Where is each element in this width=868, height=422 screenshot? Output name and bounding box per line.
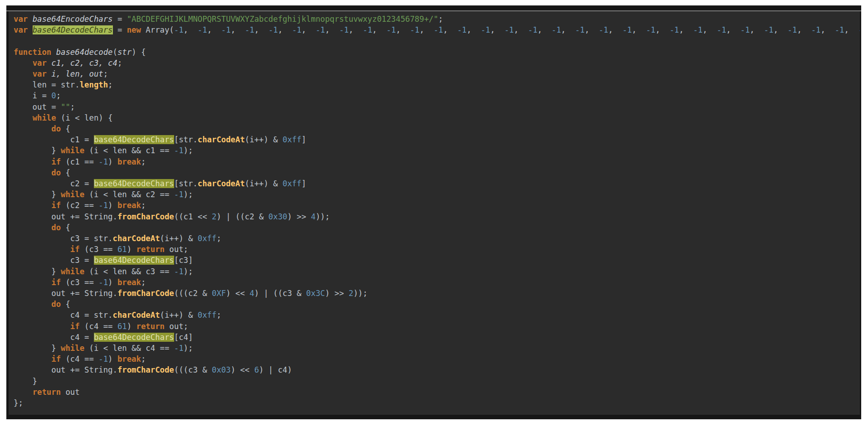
code-token: do <box>51 124 61 133</box>
code-token: base64decode <box>56 48 113 57</box>
code-token: ) { <box>132 48 146 57</box>
code-token: , <box>702 25 717 34</box>
code-token: (((c2 & <box>174 289 212 298</box>
code-token: ) <box>127 322 137 331</box>
code-token: -1 <box>764 25 774 34</box>
code-token: c4 = str. <box>14 310 113 320</box>
code-token: do <box>51 168 61 177</box>
code-line: if (c3 == -1) break; <box>14 277 860 288</box>
code-token: -1 <box>410 25 419 34</box>
code-token: while <box>61 267 84 276</box>
code-token: (i < len && c2 == <box>84 190 174 199</box>
code-token: } <box>14 190 61 199</box>
code-token: var <box>14 25 28 34</box>
code-token: -1 <box>811 25 821 34</box>
code-token: base64EncodeChars <box>33 15 113 24</box>
code-token: ; <box>141 354 146 364</box>
code-token: -1 <box>98 278 108 287</box>
code-token: 0xff <box>198 310 217 320</box>
code-line: } while (i < len && c3 == -1); <box>14 266 860 277</box>
code-token: = <box>113 15 127 24</box>
code-token: , <box>797 25 811 34</box>
code-line: c1 = base64DecodeChars[str.charCodeAt(i+… <box>14 134 860 145</box>
code-token <box>28 25 32 34</box>
code-token: -1 <box>174 344 184 353</box>
code-token: , <box>207 25 221 34</box>
code-token: ; <box>216 234 221 243</box>
code-token: new <box>127 25 141 34</box>
code-line: out += String.fromCharCode((c1 << 2) | (… <box>14 211 860 222</box>
code-token: ) <box>108 157 117 166</box>
code-token: } <box>14 377 37 386</box>
code-token: ); <box>184 146 193 155</box>
code-token <box>14 157 51 166</box>
code-token: , <box>537 25 551 34</box>
code-token: , <box>467 25 481 34</box>
code-token <box>14 201 51 210</box>
code-line: } <box>14 376 860 387</box>
code-token: -1 <box>174 190 184 199</box>
code-token: (i < len && c1 == <box>84 146 174 155</box>
code-line: out += String.fromCharCode(((c3 & 0x03) … <box>14 364 860 375</box>
code-token: (i < len) { <box>56 113 113 122</box>
code-line: var base64DecodeChars = new Array(-1, -1… <box>14 24 860 35</box>
code-token: { <box>61 124 70 133</box>
code-token: 0x3C <box>306 289 325 298</box>
code-token: )); <box>316 212 330 221</box>
code-token: -1 <box>174 146 184 155</box>
code-token: -1 <box>98 157 108 166</box>
code-token: fromCharCode <box>117 289 174 298</box>
highlighted-identifier: base64DecodeChars <box>94 135 174 144</box>
code-token: ; <box>141 157 146 166</box>
code-token: -1 <box>741 25 750 34</box>
code-line: if (c1 == -1) break; <box>14 156 860 167</box>
code-token <box>14 322 70 331</box>
code-token: break <box>117 201 141 210</box>
code-token: (i++) & <box>245 179 283 188</box>
code-token <box>14 300 51 309</box>
code-token: break <box>117 354 141 364</box>
code-token: (i++) & <box>160 234 198 243</box>
code-token: , <box>419 25 434 34</box>
code-token: -1 <box>457 25 467 34</box>
code-token: function <box>14 48 51 57</box>
code-token: return <box>137 322 165 331</box>
editor-top-border <box>6 5 861 11</box>
code-token: ); <box>184 190 193 199</box>
code-token: -1 <box>198 25 207 34</box>
code-token: 0xff <box>198 234 217 243</box>
code-token: 4 <box>311 212 316 221</box>
code-token: [str. <box>174 179 198 188</box>
code-token: }; <box>14 398 23 407</box>
code-token: ) | ((c2 & <box>216 212 268 221</box>
code-token: (i < len && c3 == <box>84 267 174 276</box>
code-token: , <box>325 25 339 34</box>
code-line: function base64decode(str) { <box>14 47 860 58</box>
code-line: if (c3 == 61) return out; <box>14 244 860 255</box>
code-token: var <box>14 15 28 24</box>
code-token: charCodeAt <box>113 234 160 243</box>
code-token: -1 <box>575 25 585 34</box>
code-token: ); <box>184 344 193 353</box>
code-token: -1 <box>174 267 184 276</box>
code-line: c4 = base64DecodeChars[c4] <box>14 332 860 343</box>
code-token: , <box>585 25 599 34</box>
code-token: -1 <box>693 25 702 34</box>
code-token: 4 <box>249 289 254 298</box>
code-token: "ABCDEFGHIJKLMNOPQRSTUVWXYZabcdefghijklm… <box>127 15 439 24</box>
code-token: , <box>349 25 363 34</box>
code-token: 2 <box>212 212 216 221</box>
code-line: out += String.fromCharCode(((c2 & 0XF) <… <box>14 288 860 299</box>
code-token: ) <box>108 278 117 287</box>
code-line: do { <box>14 167 860 178</box>
code-line: if (c4 == -1) break; <box>14 354 860 364</box>
code-token: 61 <box>117 322 127 331</box>
code-line: if (c4 == 61) return out; <box>14 321 860 332</box>
highlighted-identifier: base64DecodeChars <box>94 256 174 265</box>
code-token: ; <box>70 102 75 112</box>
code-editor[interactable]: var base64EncodeChars = "ABCDEFGHIJKLMNO… <box>9 11 860 415</box>
code-line: } while (i < len && c1 == -1); <box>14 145 860 156</box>
code-token: fromCharCode <box>117 212 174 221</box>
code-token: while <box>61 146 84 155</box>
code-token: out += String. <box>14 212 117 221</box>
